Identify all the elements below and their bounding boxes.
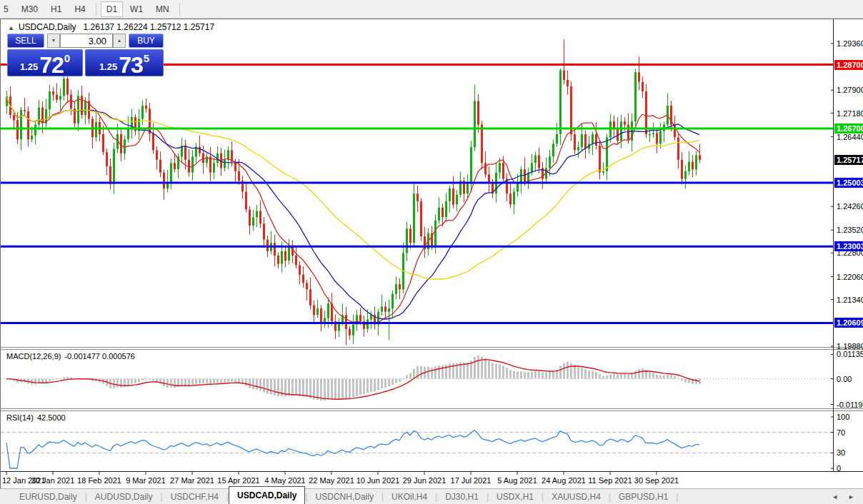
timeframe-button-w1[interactable]: W1 [124, 1, 149, 17]
tab-scroll-left-icon[interactable]: ◄ [832, 493, 838, 500]
tab-ukoil-h4[interactable]: UKOil,H4 [384, 490, 435, 503]
tab-scroll-arrows: ◄► [822, 493, 854, 500]
tab-separator: | [676, 492, 678, 502]
timeframe-button-m30[interactable]: M30 [16, 1, 44, 17]
svg-text:1.19880: 1.19880 [837, 342, 863, 351]
buy-button[interactable]: BUY [129, 34, 164, 48]
svg-text:0.00: 0.00 [837, 375, 852, 383]
svg-text:24 Aug 2021: 24 Aug 2021 [542, 476, 586, 485]
svg-text:0.01135: 0.01135 [837, 350, 863, 358]
svg-text:29 Jun 2021: 29 Jun 2021 [403, 476, 447, 485]
svg-text:11 Sep 2021: 11 Sep 2021 [588, 476, 632, 485]
rsi-indicator-label: RSI(14)42.5000 [6, 413, 66, 422]
svg-text:1.27180: 1.27180 [837, 109, 863, 118]
svg-text:4 May 2021: 4 May 2021 [264, 476, 305, 485]
buy-price-prefix: 1.25 [99, 61, 117, 72]
chart-title: ▲USDCAD,Daily1.26137 1.26224 1.25712 1.2… [8, 22, 214, 32]
svg-text:17 Jul 2021: 17 Jul 2021 [451, 476, 492, 485]
sell-price-display[interactable]: 1.25 72 0 [7, 49, 83, 76]
svg-text:27 Mar 2021: 27 Mar 2021 [170, 476, 214, 485]
timeframe-button-h4[interactable]: H4 [69, 1, 91, 17]
toolbar-separator [96, 3, 96, 16]
svg-text:9 Mar 2021: 9 Mar 2021 [126, 476, 166, 485]
tab-usdcnh-daily[interactable]: USDCNH,Daily [308, 490, 381, 503]
mt4-window: 5M30H1H4D1W1MN 1.293601.279001.271801.26… [0, 0, 863, 504]
buy-price-display[interactable]: 1.25 73 5 [85, 49, 164, 76]
timeframe-toolbar: 5M30H1H4D1W1MN [0, 0, 863, 19]
svg-text:1.24260: 1.24260 [837, 202, 863, 211]
svg-text:1.21340: 1.21340 [837, 296, 863, 304]
svg-text:15 Apr 2021: 15 Apr 2021 [217, 476, 259, 485]
timeframe-button-mn[interactable]: MN [150, 1, 175, 17]
price-badge-current: 1.25717 [834, 155, 863, 165]
timeframe-button-5[interactable]: 5 [0, 1, 14, 17]
volume-decrease-button[interactable]: ▼ [47, 34, 60, 48]
price-badge-level-1.28700: 1.28700 [834, 60, 863, 70]
svg-text:1.23520: 1.23520 [837, 226, 863, 234]
tab-usdx-h1[interactable]: USDX,H1 [489, 490, 542, 503]
tab-usdcad-daily[interactable]: USDCAD,Daily [229, 486, 305, 504]
sell-price-prefix: 1.25 [20, 61, 38, 72]
macd-values: -0.001477 0.000576 [64, 352, 134, 361]
tab-eurusd-daily[interactable]: EURUSD,Daily [11, 490, 85, 503]
tab-xauusd-h4[interactable]: XAUUSD,H4 [544, 490, 609, 503]
svg-text:100: 100 [837, 413, 849, 421]
toolbar-separator [179, 3, 180, 16]
chart-window: 1.293601.279001.271801.264401.242601.235… [0, 19, 863, 488]
svg-text:1.26440: 1.26440 [837, 133, 863, 141]
buy-price-big-digits: 73 [119, 54, 143, 76]
svg-text:22 May 2021: 22 May 2021 [309, 476, 354, 485]
tab-gbpusd-h1[interactable]: GBPUSD,H1 [611, 490, 676, 503]
svg-text:70: 70 [837, 428, 845, 437]
sell-price-pip-digit: 0 [64, 52, 70, 64]
svg-text:30 Jan 2021: 30 Jan 2021 [31, 476, 75, 485]
price-badge-level-1.26700: 1.26700 [834, 124, 863, 133]
svg-text:5 Aug 2021: 5 Aug 2021 [497, 476, 537, 485]
sell-button[interactable]: SELL [7, 34, 44, 48]
one-click-trading-panel: SELL ▼ ▲ BUY 1.25 72 0 1.25 73 5 [7, 32, 164, 76]
tab-audusd-daily[interactable]: AUDUSD,Daily [87, 490, 161, 503]
volume-increase-button[interactable]: ▲ [113, 34, 126, 48]
sell-price-big-digits: 72 [39, 54, 64, 76]
timeframe-button-h1[interactable]: H1 [45, 1, 67, 17]
svg-text:1.27900: 1.27900 [837, 86, 863, 94]
macd-indicator-label: MACD(12,26,9)-0.001477 0.000576 [6, 352, 135, 361]
price-badge-level-1.23003: 1.23003 [834, 241, 863, 251]
svg-text:1.22060: 1.22060 [837, 273, 863, 281]
price-badge-level-1.25003: 1.25003 [834, 178, 863, 188]
timeframe-button-d1[interactable]: D1 [101, 1, 123, 17]
tab-usdchf-h4[interactable]: USDCHF,H4 [163, 490, 226, 503]
collapse-arrow-icon[interactable]: ▲ [8, 24, 14, 31]
svg-text:30 Sep 2021: 30 Sep 2021 [634, 476, 679, 485]
svg-text:1.29360: 1.29360 [837, 39, 863, 48]
buy-price-pip-digit: 5 [144, 52, 149, 64]
tab-dj30-h1[interactable]: DJ30,H1 [437, 490, 487, 503]
chart-canvas[interactable]: 1.293601.279001.271801.264401.242601.235… [1, 19, 863, 489]
rsi-value: 42.5000 [37, 413, 66, 422]
chart-ohlc-values: 1.26137 1.26224 1.25712 1.25717 [84, 22, 215, 32]
svg-text:-0.01190: -0.01190 [837, 400, 863, 409]
chart-symbol-label: USDCAD,Daily [19, 22, 76, 32]
svg-text:0: 0 [837, 464, 841, 473]
volume-input[interactable] [60, 34, 113, 48]
price-badge-level-1.20609: 1.20609 [834, 318, 863, 328]
svg-text:18 Feb 2021: 18 Feb 2021 [77, 476, 121, 485]
svg-text:10 Jun 2021: 10 Jun 2021 [356, 476, 400, 485]
tab-scroll-right-icon[interactable]: ► [848, 493, 854, 500]
svg-text:30: 30 [837, 448, 845, 457]
chart-tab-bar: EURUSD,Daily|AUDUSD,Daily|USDCHF,H4|USDC… [0, 488, 863, 504]
